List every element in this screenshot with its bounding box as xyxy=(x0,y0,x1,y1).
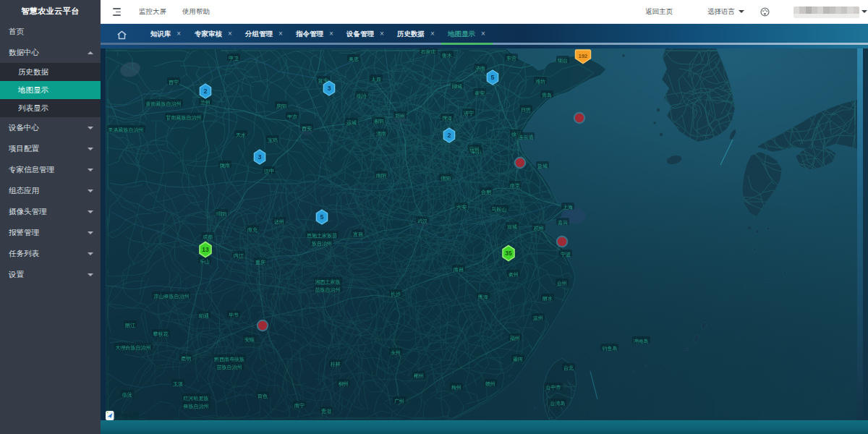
svg-text:梅州: 梅州 xyxy=(451,385,461,391)
svg-text:西安: 西安 xyxy=(302,126,312,132)
svg-text:桂林: 桂林 xyxy=(330,362,341,367)
svg-text:莆田: 莆田 xyxy=(513,357,523,362)
svg-text:渭南: 渭南 xyxy=(376,131,386,137)
svg-text:苗族自治州: 苗族自治州 xyxy=(217,365,242,370)
svg-text:绵阳: 绵阳 xyxy=(216,211,226,217)
svg-text:昆明: 昆明 xyxy=(181,356,191,362)
svg-text:上海: 上海 xyxy=(563,205,573,210)
svg-text:菏泽: 菏泽 xyxy=(442,116,452,122)
svg-text:黄南藏族自治州: 黄南藏族自治州 xyxy=(146,101,182,107)
svg-text:武汉: 武汉 xyxy=(417,218,427,224)
svg-text:中卫: 中卫 xyxy=(229,56,239,61)
svg-text:连云港: 连云港 xyxy=(519,135,535,140)
svg-text:西宁: 西宁 xyxy=(169,80,179,85)
svg-text:运城: 运城 xyxy=(346,120,357,125)
svg-text:青岛: 青岛 xyxy=(542,93,552,98)
svg-text:果洛藏族自治州: 果洛藏族自治州 xyxy=(109,127,144,133)
svg-text:信阳: 信阳 xyxy=(441,176,451,182)
svg-text:昭通: 昭通 xyxy=(199,312,209,319)
svg-text:内江: 内江 xyxy=(234,253,244,259)
svg-text:宜昌: 宜昌 xyxy=(353,231,363,237)
svg-text:苗族自治州: 苗族自治州 xyxy=(315,287,341,293)
svg-text:潍坊: 潍坊 xyxy=(535,79,545,85)
svg-text:郴州: 郴州 xyxy=(414,373,424,378)
svg-text:玉溪: 玉溪 xyxy=(173,381,183,387)
svg-text:盐城: 盐城 xyxy=(537,163,548,169)
svg-text:衢州: 衢州 xyxy=(509,272,519,278)
svg-text:钓鱼岛: 钓鱼岛 xyxy=(602,346,618,351)
svg-text:13: 13 xyxy=(202,246,209,253)
svg-text:赣州: 赣州 xyxy=(485,381,495,387)
svg-text:彝族自治州: 彝族自治州 xyxy=(183,404,209,409)
svg-text:永州: 永州 xyxy=(391,350,401,355)
svg-text:郑州: 郑州 xyxy=(395,114,405,119)
svg-text:杭州: 杭州 xyxy=(533,226,544,231)
svg-text:凉山彝族自治州: 凉山彝族自治州 xyxy=(154,294,190,299)
svg-text:长沙: 长沙 xyxy=(391,292,401,297)
svg-text:贵港: 贵港 xyxy=(321,409,332,414)
svg-text:嘉兴: 嘉兴 xyxy=(558,220,568,226)
svg-text:洛阳: 洛阳 xyxy=(373,119,383,124)
svg-text:宝鸡: 宝鸡 xyxy=(268,137,278,142)
svg-text:高德地图: 高德地图 xyxy=(115,412,140,420)
svg-text:临汾: 临汾 xyxy=(357,93,367,99)
svg-text:聊城: 聊城 xyxy=(452,84,462,90)
svg-text:汉中: 汉中 xyxy=(264,169,274,174)
svg-text:济南: 济南 xyxy=(475,66,485,72)
svg-text:台州: 台州 xyxy=(557,281,567,286)
svg-text:百色: 百色 xyxy=(258,393,268,399)
svg-text:六安: 六安 xyxy=(456,205,467,210)
svg-text:红河哈尼族: 红河哈尼族 xyxy=(184,396,209,401)
svg-text:恩施土家族苗: 恩施土家族苗 xyxy=(307,233,337,239)
svg-text:东营: 东营 xyxy=(506,56,516,61)
svg-text:3: 3 xyxy=(327,85,331,92)
svg-text:2: 2 xyxy=(203,88,207,95)
svg-text:族自治州: 族自治州 xyxy=(312,241,332,247)
svg-text:南阳: 南阳 xyxy=(376,173,386,179)
svg-text:黔西南布依族: 黔西南布依族 xyxy=(213,357,244,362)
svg-text:柳州: 柳州 xyxy=(339,381,349,386)
svg-text:南充: 南充 xyxy=(247,227,258,233)
svg-text:合肥: 合肥 xyxy=(481,190,492,195)
svg-text:台湾岛: 台湾岛 xyxy=(550,401,566,407)
svg-text:兰州: 兰州 xyxy=(200,100,210,105)
svg-text:宣城: 宣城 xyxy=(507,224,517,229)
svg-text:冲绳岛: 冲绳岛 xyxy=(634,339,649,344)
svg-text:温州: 温州 xyxy=(533,315,543,321)
svg-text:成都: 成都 xyxy=(203,234,213,240)
svg-text:湘西土家族: 湘西土家族 xyxy=(315,279,341,285)
svg-text:泰安: 泰安 xyxy=(475,90,485,96)
svg-text:重庆: 重庆 xyxy=(255,260,265,265)
svg-text:临沧: 临沧 xyxy=(122,392,132,398)
svg-text:福州: 福州 xyxy=(510,336,520,341)
svg-text:南宁: 南宁 xyxy=(294,403,305,408)
svg-text:192: 192 xyxy=(579,53,588,59)
svg-text:毕节: 毕节 xyxy=(229,312,239,318)
svg-text:太原: 太原 xyxy=(371,77,381,82)
svg-text:攀枝花: 攀枝花 xyxy=(153,331,169,337)
svg-text:乐山: 乐山 xyxy=(200,259,210,264)
svg-text:石家庄: 石家庄 xyxy=(421,49,436,55)
svg-text:2: 2 xyxy=(447,132,451,139)
svg-text:吴忠: 吴忠 xyxy=(349,56,359,61)
svg-text:宁波: 宁波 xyxy=(561,252,571,258)
svg-text:甘南藏族自治州: 甘南藏族自治州 xyxy=(166,115,202,121)
svg-text:庆阳: 庆阳 xyxy=(276,103,286,109)
svg-text:广州: 广州 xyxy=(394,399,404,404)
svg-text:5: 5 xyxy=(320,213,323,221)
svg-text:台中市: 台中市 xyxy=(546,384,561,391)
svg-text:陇南: 陇南 xyxy=(220,163,230,169)
svg-text:平凉: 平凉 xyxy=(287,114,297,119)
svg-text:达州: 达州 xyxy=(274,219,284,224)
svg-text:安顺: 安顺 xyxy=(244,337,255,342)
svg-text:天水: 天水 xyxy=(236,132,246,137)
svg-text:宿州: 宿州 xyxy=(469,146,480,152)
svg-text:南京: 南京 xyxy=(510,183,520,188)
svg-text:济宁: 济宁 xyxy=(464,111,474,116)
svg-text:南昌: 南昌 xyxy=(454,267,464,273)
svg-text:3: 3 xyxy=(258,153,261,161)
svg-text:大理白族自治州: 大理白族自治州 xyxy=(116,345,151,351)
svg-text:日照: 日照 xyxy=(521,107,531,113)
svg-text:鹰潭: 鹰潭 xyxy=(478,294,488,300)
svg-text:烟台: 烟台 xyxy=(558,58,568,64)
